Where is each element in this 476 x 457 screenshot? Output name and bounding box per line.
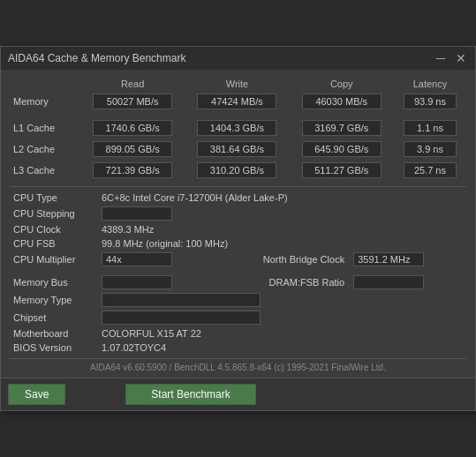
header-read: Read	[80, 77, 185, 91]
bench-read: 50027 MB/s	[80, 91, 185, 112]
benchmark-table: Read Write Copy Latency Memory 50027 MB/…	[10, 77, 466, 181]
cpu-fsb-row: CPU FSB 99.8 MHz (original: 100 MHz)	[10, 236, 466, 251]
bench-row-0: Memory 50027 MB/s 47424 MB/s 46030 MB/s …	[10, 91, 466, 112]
bench-write: 47424 MB/s	[185, 91, 289, 112]
bottom-bar: Save Start Benchmark	[1, 378, 475, 410]
cpu-stepping-label: CPU Stepping	[10, 205, 98, 222]
cpu-clock-label: CPU Clock	[10, 222, 98, 236]
window-title: AIDA64 Cache & Memory Benchmark	[8, 52, 185, 64]
bench-row-2: L2 Cache 899.05 GB/s 381.64 GB/s 645.90 …	[10, 139, 466, 160]
dram-fsb-label: DRAM:FSB Ratio	[215, 273, 350, 291]
cpu-type-label: CPU Type	[10, 191, 98, 205]
chipset-label: Chipset	[10, 309, 98, 326]
title-controls: ─ ✕	[434, 52, 468, 64]
cpu-type-row: CPU Type 6C+8c Intel Core i7-12700H (Ald…	[10, 191, 466, 205]
bench-copy: 3169.7 GB/s	[290, 117, 394, 139]
header-latency: Latency	[394, 77, 466, 91]
bench-read: 899.05 GB/s	[80, 139, 185, 160]
cpu-clock-row: CPU Clock 4389.3 MHz	[10, 222, 466, 236]
memory-bus-field	[98, 273, 215, 291]
chipset-field	[98, 309, 466, 326]
cpu-multiplier-row: CPU Multiplier 44x North Bridge Clock 35…	[10, 251, 466, 268]
cpu-multiplier-value: 44x	[98, 251, 215, 268]
bench-latency: 3.9 ns	[394, 139, 466, 160]
bench-write: 310.20 GB/s	[185, 160, 289, 181]
cpu-fsb-value: 99.8 MHz (original: 100 MHz)	[98, 236, 466, 251]
bench-latency: 1.1 ns	[394, 117, 466, 139]
bench-label: L2 Cache	[10, 139, 80, 160]
bios-row: BIOS Version 1.07.02TOYC4	[10, 341, 466, 355]
start-benchmark-button[interactable]: Start Benchmark	[125, 384, 255, 405]
cpu-stepping-row: CPU Stepping	[10, 205, 466, 222]
header-write: Write	[185, 77, 289, 91]
cpu-fsb-label: CPU FSB	[10, 236, 98, 251]
main-content: Read Write Copy Latency Memory 50027 MB/…	[1, 70, 475, 378]
memory-type-field	[98, 291, 466, 309]
bench-copy: 645.90 GB/s	[290, 139, 394, 160]
info-table: CPU Type 6C+8c Intel Core i7-12700H (Ald…	[10, 191, 466, 355]
memory-type-row: Memory Type	[10, 291, 466, 309]
bench-label: L1 Cache	[10, 117, 80, 139]
bench-row-3: L3 Cache 721.39 GB/s 310.20 GB/s 511.27 …	[10, 160, 466, 181]
north-bridge-clock-label: North Bridge Clock	[215, 251, 350, 268]
bench-read: 721.39 GB/s	[80, 160, 185, 181]
bench-write: 1404.3 GB/s	[185, 117, 289, 139]
cpu-multiplier-label: CPU Multiplier	[10, 251, 98, 268]
dram-fsb-field	[350, 273, 466, 291]
memory-type-label: Memory Type	[10, 291, 98, 309]
bios-value: 1.07.02TOYC4	[98, 341, 466, 355]
title-bar: AIDA64 Cache & Memory Benchmark ─ ✕	[1, 47, 475, 70]
bench-copy: 511.27 GB/s	[290, 160, 394, 181]
memory-bus-label: Memory Bus	[10, 273, 98, 291]
close-button[interactable]: ✕	[454, 52, 468, 64]
bios-label: BIOS Version	[10, 341, 98, 355]
cpu-clock-value: 4389.3 MHz	[98, 222, 466, 236]
chipset-row: Chipset	[10, 309, 466, 326]
motherboard-row: Motherboard COLORFUL X15 AT 22	[10, 326, 466, 341]
bench-label: Memory	[10, 91, 80, 112]
bench-read: 1740.6 GB/s	[80, 117, 185, 139]
footer-note: AIDA64 v6.60.5900 / BenchDLL 4.5.865.8-x…	[10, 358, 466, 374]
bench-write: 381.64 GB/s	[185, 139, 289, 160]
bench-row-1: L1 Cache 1740.6 GB/s 1404.3 GB/s 3169.7 …	[10, 117, 466, 139]
memory-bus-row: Memory Bus DRAM:FSB Ratio	[10, 273, 466, 291]
minimize-button[interactable]: ─	[434, 52, 447, 64]
save-button[interactable]: Save	[8, 384, 65, 405]
motherboard-value: COLORFUL X15 AT 22	[98, 326, 466, 341]
header-copy: Copy	[290, 77, 394, 91]
cpu-type-value: 6C+8c Intel Core i7-12700H (Alder Lake-P…	[98, 191, 466, 205]
bench-label: L3 Cache	[10, 160, 80, 181]
bench-latency: 93.9 ns	[394, 91, 466, 112]
bench-latency: 25.7 ns	[394, 160, 466, 181]
north-bridge-clock-value: 3591.2 MHz	[350, 251, 466, 268]
cpu-stepping-value	[98, 205, 466, 222]
section-divider	[10, 186, 466, 187]
bench-copy: 46030 MB/s	[290, 91, 394, 112]
motherboard-label: Motherboard	[10, 326, 98, 341]
main-window: AIDA64 Cache & Memory Benchmark ─ ✕ Read…	[0, 46, 476, 411]
